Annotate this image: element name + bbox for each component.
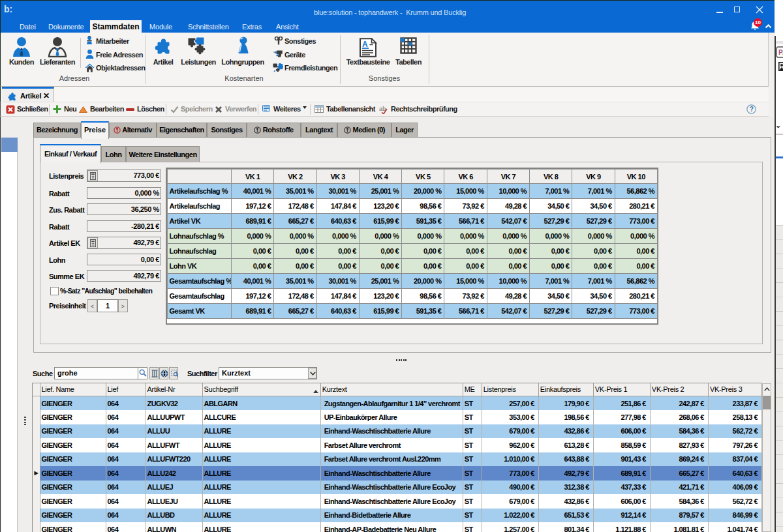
svg-text:A: A [362, 40, 368, 49]
svg-text:?: ? [750, 106, 754, 113]
